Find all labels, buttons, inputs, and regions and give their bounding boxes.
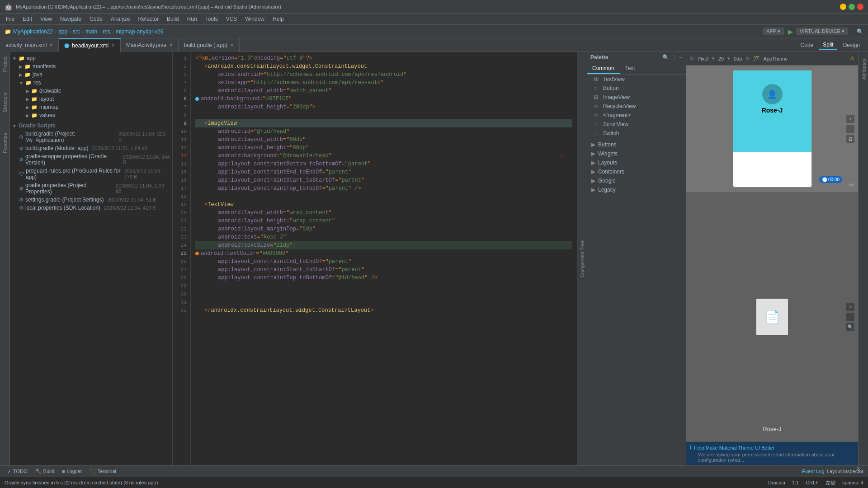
menu-edit[interactable]: Edit	[19, 15, 36, 23]
palette-search-icon[interactable]: 🔍	[662, 54, 669, 61]
preview-bottom-zoom-in[interactable]: +	[846, 303, 854, 311]
breadcrumb-app[interactable]: MyApplication22	[13, 28, 53, 35]
palette-category-layouts[interactable]: ▶ Layouts	[587, 158, 686, 167]
palette-item-scrollview[interactable]: ↕ ScrollView	[587, 120, 686, 129]
preview-dp-label[interactable]: 29	[718, 56, 724, 61]
tree-item-mipmap[interactable]: ▶ 📁 mipmap	[10, 103, 172, 111]
menu-help[interactable]: Help	[269, 15, 288, 23]
toolbar-project-selector[interactable]: APP ▾	[763, 28, 784, 35]
preview-bottom-search[interactable]: 🔍	[846, 323, 854, 331]
palette-item-switch[interactable]: ⇌ Switch	[587, 129, 686, 138]
maximize-button[interactable]	[849, 4, 855, 10]
menu-navigate[interactable]: Navigate	[57, 15, 85, 23]
toolbar-run-button[interactable]: ▶	[788, 28, 793, 35]
tree-item-gradle-props[interactable]: ⚙ gradle.properties (Project Properties)…	[10, 181, 172, 196]
palette-tab-text[interactable]: Text	[620, 63, 641, 74]
tree-item-build-app[interactable]: ⚙ build.gradle (Module: app) 2020/8/12 1…	[10, 144, 172, 152]
palette-item-fragment[interactable]: <> <fragment>	[587, 111, 686, 120]
palette-category-buttons[interactable]: ▶ Buttons	[587, 140, 686, 149]
tab-buildgradle-close[interactable]: ✕	[230, 42, 234, 47]
tree-item-proguard[interactable]: 🛡 proguard-rules.pro (ProGuard Rules for…	[10, 167, 172, 181]
menu-window[interactable]: Window	[241, 15, 268, 23]
tree-item-manifests[interactable]: ▶ 📁 manifests	[10, 62, 172, 70]
palette-category-containers[interactable]: ▶ Containers	[587, 167, 686, 176]
tree-item-app[interactable]: ▼ 📁 app	[10, 54, 172, 62]
menu-vcs[interactable]: VCS	[222, 15, 241, 23]
attributes-label[interactable]: Attributes	[859, 56, 868, 82]
tree-item-settings-gradle[interactable]: ⚙ settings.gradle (Project Settings) 202…	[10, 196, 172, 204]
bottom-tab-logcat[interactable]: ≡ Logcat	[59, 468, 84, 475]
palette-minus-icon[interactable]: −	[679, 54, 682, 61]
palette-item-textview[interactable]: Ab TextView	[587, 75, 686, 84]
tree-item-gradle-wrapper[interactable]: ⚙ gradle-wrapper.properties (Gradle Vers…	[10, 152, 172, 167]
tree-item-layout[interactable]: ▶ 📁 layout	[10, 95, 172, 103]
encoding-label[interactable]: Dracula	[768, 480, 785, 485]
structure-label[interactable]: Structure	[1, 90, 9, 115]
palette-category-widgets[interactable]: ▶ Widgets	[587, 149, 686, 158]
menu-build[interactable]: Build	[163, 15, 183, 23]
info-banner-title[interactable]: Help Make Material Theme UI Better	[694, 445, 774, 450]
preview-fit-button[interactable]: ⊡	[846, 135, 854, 143]
tree-item-java[interactable]: ▶ 📁 java	[10, 70, 172, 79]
menu-run[interactable]: Run	[184, 15, 201, 23]
preview-bottom-zoom-out[interactable]: −	[846, 313, 854, 321]
tab-activity-main[interactable]: activity_main.xml ✕	[0, 38, 59, 52]
event-log-link[interactable]: Event Log	[802, 469, 825, 474]
preview-0dp-label[interactable]: 0dp	[734, 56, 742, 61]
view-code-tab[interactable]: Code	[797, 41, 817, 49]
project-label[interactable]: Project	[1, 54, 9, 74]
breadcrumb-res[interactable]: res	[103, 28, 110, 35]
minimize-button[interactable]	[840, 4, 846, 10]
preview-zoom-out-button[interactable]: −	[846, 125, 854, 133]
menu-analyze[interactable]: Analyze	[107, 15, 134, 23]
tab-headlayout[interactable]: ⬤ headlayout.xml ✕	[59, 38, 121, 52]
palette-item-imageview[interactable]: 🖼 ImageView	[587, 93, 686, 102]
menu-file[interactable]: File	[2, 15, 18, 23]
menu-code[interactable]: Code	[86, 15, 106, 23]
preview-zoom-in-button[interactable]: +	[846, 115, 854, 123]
tree-item-build-project[interactable]: ⚙ build.gradle (Project: My_Application)…	[10, 130, 172, 144]
component-tree-toggle[interactable]: Component Tree	[577, 52, 587, 465]
view-split-tab[interactable]: Split	[819, 41, 837, 50]
preview-theme-label[interactable]: AppTheme	[763, 56, 788, 61]
bottom-tab-build[interactable]: 🔨 Build	[33, 468, 57, 475]
menu-view[interactable]: View	[37, 15, 56, 23]
palette-item-button[interactable]: □ Button	[587, 84, 686, 93]
info-banner-close[interactable]: ✕	[856, 465, 861, 465]
palette-category-google[interactable]: ▶ Google	[587, 176, 686, 185]
tree-item-local-props[interactable]: ⚙ local.properties (SDK Location) 2020/8…	[10, 204, 172, 212]
tree-item-res[interactable]: ▼ 📁 res	[10, 79, 172, 87]
tree-item-values[interactable]: ▶ 📁 values	[10, 111, 172, 119]
preview-pixel-label[interactable]: Pixel	[698, 56, 708, 61]
breadcrumb-mipmap[interactable]: mipmap-anydpi-v26	[116, 28, 163, 35]
tab-activity-main-close[interactable]: ✕	[49, 42, 53, 47]
spaces-label[interactable]: spaces: 4	[842, 480, 863, 485]
favorites-label[interactable]: Favorites	[1, 131, 9, 155]
palette-more-icon[interactable]: ⋮	[671, 54, 677, 61]
close-button[interactable]	[857, 4, 863, 10]
view-design-tab[interactable]: Design	[840, 41, 863, 49]
tree-item-drawable[interactable]: ▶ 📁 drawable	[10, 87, 172, 95]
line-ending-label[interactable]: CRLF	[806, 480, 819, 485]
tab-mainactivity-close[interactable]: ✕	[169, 42, 173, 47]
edit-pencil-icon[interactable]: ✏	[849, 181, 854, 188]
breadcrumb-src[interactable]: src	[73, 28, 80, 35]
menu-tools[interactable]: Tools	[202, 15, 222, 23]
bottom-tab-terminal[interactable]: ⬛ Terminal	[87, 468, 119, 475]
breadcrumb-app2[interactable]: app	[58, 28, 67, 35]
tab-mainactivity[interactable]: MainActivity.java ✕	[121, 38, 178, 52]
code-area[interactable]: <?xml version =" 1.0 " encoding =" utf-8…	[191, 52, 577, 465]
tree-section-gradle[interactable]: ▼ Gradle Scripts	[10, 122, 172, 130]
bottom-tab-todo[interactable]: ✓ TODO	[5, 468, 30, 475]
palette-tab-common[interactable]: Common	[587, 63, 620, 74]
toolbar-device-selector[interactable]: VIRTUAL DEVICE ▾	[796, 28, 848, 35]
preview-refresh-icon[interactable]: ↻	[690, 56, 694, 61]
palette-category-legacy[interactable]: ▶ Legacy	[587, 185, 686, 194]
menu-refactor[interactable]: Refactor	[135, 15, 162, 23]
toolbar-search-icon[interactable]: 🔍	[857, 28, 863, 35]
tab-buildgradle[interactable]: build.gradle (:app) ✕	[179, 38, 240, 52]
line-col-label[interactable]: 1:1	[792, 480, 799, 485]
palette-item-recyclerview[interactable]: <> RecyclerView	[587, 102, 686, 111]
breadcrumb-main[interactable]: main	[85, 28, 97, 35]
tab-headlayout-close[interactable]: ✕	[111, 43, 115, 48]
